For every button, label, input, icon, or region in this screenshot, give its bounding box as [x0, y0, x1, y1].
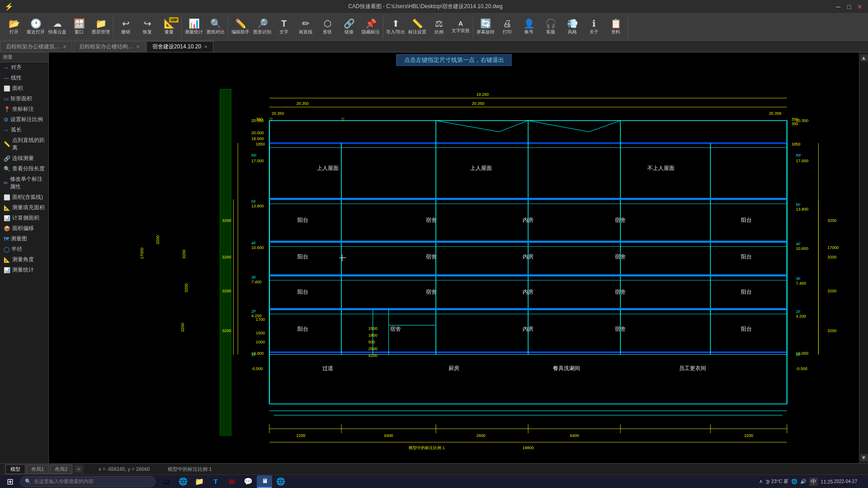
panel-item-coord[interactable]: 📍 坐标标注 — [0, 104, 48, 114]
taskbar-search[interactable]: 🔍 在这里输入你要搜索的内容 — [20, 476, 156, 487]
wps-app[interactable]: W — [224, 475, 240, 488]
panel-item-area[interactable]: ⬜ 面积 — [0, 83, 48, 94]
panel-item-scale-set[interactable]: ⚙ 设置标注比例 — [0, 114, 48, 125]
main-area: 测量 ↔ 对齐 — 线性 ⬜ 面积 ▭ 矩形面积 📍 坐标标注 ⚙ 设置标注比例… — [0, 52, 868, 463]
svg-text:宿舍: 宿舍 — [615, 289, 626, 295]
tray-network[interactable]: 🌐 — [791, 479, 797, 484]
minimize-button[interactable]: ─ — [835, 3, 842, 10]
svg-text:上人屋面: 上人屋面 — [470, 165, 492, 171]
svg-text:4F: 4F — [251, 241, 256, 245]
data-button[interactable]: 📋 资料 — [605, 16, 626, 38]
stat-button[interactable]: 📊 测量统计 — [184, 16, 204, 38]
svg-text:6400: 6400 — [570, 433, 579, 438]
tab-dorm[interactable]: 宿舍建设2014.10.20 ✕ — [146, 41, 213, 52]
panel-item-seglen[interactable]: 🔍 查看分段长度 — [0, 164, 48, 174]
print-icon: 🖨 — [503, 19, 512, 28]
browser-app2[interactable]: 🌐 — [273, 475, 288, 488]
wechat-app[interactable]: 💬 — [241, 475, 256, 488]
panel-item-align[interactable]: ↔ 对齐 — [0, 62, 48, 73]
panel-item-arc[interactable]: ↔ 弧长 — [0, 125, 48, 135]
panel-item-map[interactable]: 🗺 测量图 — [0, 234, 48, 244]
right-scroll-panel: ▲ ▼ — [859, 52, 868, 463]
panel-item-area-arc[interactable]: ⬜ 面积(含弧线) — [0, 192, 48, 202]
text-mark-button[interactable]: A 文字宣抚 — [450, 16, 471, 38]
panel-item-rect-area[interactable]: ▭ 矩形面积 — [0, 94, 48, 104]
open-button[interactable]: 📂 打开 — [4, 16, 24, 38]
edit-button[interactable]: ✏️ 编辑助手 — [230, 16, 251, 38]
service-button[interactable]: 🎧 客服 — [540, 16, 561, 38]
svg-text:2200: 2200 — [744, 433, 753, 438]
tray-ime[interactable]: 中 — [809, 478, 818, 486]
svg-text:10.600: 10.600 — [796, 246, 808, 251]
tab-dorm-close[interactable]: ✕ — [204, 44, 208, 49]
tab-struct-close[interactable]: ✕ — [136, 44, 140, 49]
scale-button[interactable]: ⚖ 比例 — [429, 16, 449, 38]
recent-button[interactable]: 🕐 最近打开 — [25, 16, 46, 38]
redo-button[interactable]: ↪ 恢复 — [137, 16, 158, 38]
shape-button[interactable]: ⬡ 形状 — [317, 16, 338, 38]
account-button[interactable]: 👤 账号 — [519, 16, 539, 38]
panel-item-cont[interactable]: 🔗 连续测量 — [0, 153, 48, 164]
about-button[interactable]: ℹ 关于 — [584, 16, 604, 38]
svg-text:阳台: 阳台 — [297, 289, 308, 295]
tray-expand[interactable]: ∧ — [759, 479, 763, 484]
line-icon: ✏ — [302, 19, 310, 28]
close-button[interactable]: ✕ — [856, 3, 863, 10]
system-tray: ∧ 🌫 23°C 雾 🌐 🔊 中 11:25 2022-04-27 — [759, 478, 866, 486]
panel-item-linear[interactable]: — 线性 — [0, 73, 48, 83]
tab-arch-close[interactable]: ✕ — [63, 44, 66, 49]
panel-item-angle[interactable]: 📐 测量角度 — [0, 254, 48, 265]
scroll-down-button[interactable]: ▼ — [860, 454, 868, 461]
panel-item-fill-area[interactable]: 📐 测量填充面积 — [0, 202, 48, 213]
layout1-tab[interactable]: 布局1 — [26, 465, 49, 474]
scroll-up-button[interactable]: ▲ — [860, 54, 868, 61]
add-layout-button[interactable]: + — [75, 466, 82, 472]
text-button[interactable]: T 文字 — [274, 16, 294, 38]
panel-item-area-offset[interactable]: 📦 面积偏移 — [0, 223, 48, 234]
toolbar-group-edit: ↩ 撤销 ↪ 恢复 📐 量量 VIP — [113, 16, 182, 38]
recognize-button[interactable]: 🔎 图形识别 — [252, 16, 273, 38]
taskview-button[interactable]: 🗂 — [159, 475, 175, 488]
svg-text:18.500: 18.500 — [251, 136, 264, 141]
explorer-app[interactable]: 📁 — [192, 475, 207, 488]
import-button[interactable]: ⬆ 导入/导出 — [385, 16, 406, 38]
drawing-area[interactable]: 点击左键指定尺寸线第一点，右键退出 — [49, 52, 859, 463]
line-button[interactable]: ✏ 画直线 — [295, 16, 316, 38]
panel-item-side-area[interactable]: 📊 计算侧面积 — [0, 213, 48, 223]
svg-text:3200: 3200 — [182, 250, 186, 259]
model-tab[interactable]: 模型 — [5, 465, 25, 474]
cad-app[interactable]: 🖥 — [257, 475, 272, 488]
tray-weather[interactable]: 🌫 23°C 雾 — [765, 478, 789, 485]
undo-button[interactable]: ↩ 撤销 — [115, 16, 136, 38]
style-button[interactable]: 💨 风格 — [562, 16, 583, 38]
cloud-button[interactable]: ☁ 快看云盘 — [47, 16, 68, 38]
dim-set-button[interactable]: 📏 标注设置 — [407, 16, 428, 38]
start-button[interactable]: ⊞ — [2, 475, 18, 488]
cad-drawing[interactable]: 20.350 20.000 18.500 RF 17.000 5F 13.800… — [49, 52, 859, 463]
cloud-icon: ☁ — [53, 19, 62, 28]
panel-item-ptdist[interactable]: 📏 点到直线的距离 — [0, 135, 48, 153]
panel-item-modprop[interactable]: ✏ 修改单个标注属性 — [0, 174, 48, 192]
layer-button[interactable]: 📁 图层管理 — [90, 16, 111, 38]
panel-item-mstat[interactable]: 📊 测量统计 — [0, 265, 48, 275]
link-button[interactable]: 🔗 链接 — [339, 16, 359, 38]
edge-app[interactable]: 🌐 — [175, 475, 191, 488]
svg-text:3200: 3200 — [222, 218, 231, 223]
print-button[interactable]: 🖨 打印 — [497, 16, 518, 38]
tray-datetime[interactable]: 11:25 2022-04-27 — [821, 479, 857, 484]
tianruo-app[interactable]: T — [208, 475, 223, 488]
svg-text:3200: 3200 — [222, 289, 231, 293]
tray-volume[interactable]: 🔊 — [800, 479, 807, 484]
recognize-icon: 🔎 — [257, 19, 268, 28]
compare-button[interactable]: 🔍 图纸对比 — [205, 16, 226, 38]
window-button[interactable]: 🪟 窗口 — [69, 16, 90, 38]
panel-item-radius[interactable]: ◯ 半径 — [0, 244, 48, 254]
layout2-tab[interactable]: 布局2 — [50, 465, 72, 474]
tab-struct[interactable]: 启程框架办公楼结构… ✕ — [73, 41, 146, 52]
svg-text:RF: RF — [796, 153, 802, 158]
tab-arch[interactable]: 启程框架办公楼建筑… ✕ — [0, 41, 72, 52]
svg-text:1850: 1850 — [792, 142, 801, 146]
maximize-button[interactable]: □ — [845, 3, 853, 10]
hide-dim-button[interactable]: 📌 隐藏标注 — [360, 16, 381, 38]
rotate-button[interactable]: 🔄 屏幕旋转 — [475, 16, 496, 38]
